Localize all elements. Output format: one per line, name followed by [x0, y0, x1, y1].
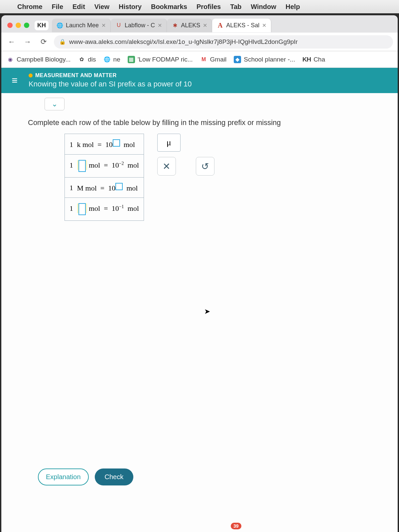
aleks-icon: A — [217, 22, 223, 29]
back-button[interactable]: ← — [6, 36, 17, 48]
action-buttons: Explanation Check — [38, 468, 133, 485]
equation-table: 1 k mol = 10 mol 1 mol = 10−2 mol — [65, 134, 144, 221]
menubar-history[interactable]: History — [119, 3, 142, 11]
page-content: ≡ MEASUREMENT AND MATTER Knowing the val… — [1, 68, 398, 532]
aleks-header: ≡ MEASUREMENT AND MATTER Knowing the val… — [1, 68, 398, 93]
labflow-icon: U — [115, 22, 122, 29]
maximize-window-icon[interactable] — [24, 23, 29, 28]
close-icon[interactable]: ✕ — [262, 22, 266, 29]
aleks-icon: ✱ — [172, 22, 178, 29]
prefix-input[interactable] — [78, 160, 86, 172]
bookmark-label: 'Low FODMAP ric... — [138, 56, 193, 63]
tabs: 🌐 Launch Mee ✕ U Labflow - C ✕ ✱ ALEKS ✕… — [52, 19, 395, 32]
menubar-view[interactable]: View — [94, 3, 109, 11]
close-icon[interactable]: ✕ — [101, 22, 106, 29]
tab-aleks-1[interactable]: ✱ ALEKS ✕ — [167, 19, 212, 32]
bookmark-campbell[interactable]: ◉ Campbell Biology... — [7, 56, 70, 63]
kh-icon: KH — [302, 56, 311, 63]
unit: mol — [124, 140, 135, 149]
bookmark-ne[interactable]: 🌐 ne — [103, 56, 120, 63]
breadcrumb: MEASUREMENT AND MATTER — [29, 72, 192, 78]
tab-strip: KH 🌐 Launch Mee ✕ U Labflow - C ✕ ✱ ALEK… — [1, 15, 398, 33]
palette-clear-button[interactable]: ✕ — [157, 157, 176, 176]
breadcrumb-text: MEASUREMENT AND MATTER — [35, 72, 117, 78]
tab-label: ALEKS — [181, 22, 200, 29]
close-window-icon[interactable] — [7, 23, 13, 28]
bookmark-fodmap[interactable]: ▦ 'Low FODMAP ric... — [128, 56, 193, 63]
page-title: Knowing the value of an SI prefix as a p… — [29, 80, 192, 88]
reload-button[interactable]: ⟳ — [38, 36, 49, 48]
coef: 1 — [69, 140, 75, 149]
cursor-icon: ➤ — [204, 307, 210, 316]
coef: 1 — [69, 161, 75, 169]
tab-launch[interactable]: 🌐 Launch Mee ✕ — [52, 19, 111, 32]
bookmark-planner[interactable]: ◆ School planner -... — [234, 56, 295, 63]
prefix-input[interactable] — [78, 203, 86, 215]
minimize-window-icon[interactable] — [16, 23, 21, 28]
forward-button[interactable]: → — [22, 36, 33, 48]
globe-icon: 🌐 — [57, 22, 63, 29]
toolbar: ← → ⟳ 🔒 www-awa.aleks.com/alekscgi/x/Isl… — [1, 33, 398, 51]
unit: mol — [89, 161, 100, 169]
explanation-button[interactable]: Explanation — [38, 468, 89, 485]
bookmark-label: dis — [88, 56, 96, 63]
unit: mol — [128, 161, 139, 169]
menubar-profiles[interactable]: Profiles — [197, 3, 221, 11]
bookmark-label: ne — [113, 56, 120, 63]
bookmark-label: Gmail — [210, 56, 227, 63]
exponent-input[interactable] — [113, 139, 120, 147]
bookmark-label: Campbell Biology... — [17, 56, 70, 63]
tab-aleks-active[interactable]: A ALEKS - Sal ✕ — [212, 19, 271, 32]
tab-labflow[interactable]: U Labflow - C ✕ — [111, 19, 167, 32]
window-controls — [7, 23, 29, 28]
bookmark-dis[interactable]: ✿ dis — [78, 56, 96, 63]
bookmark-cha[interactable]: KH Cha — [302, 56, 325, 63]
bookmarks-bar: ◉ Campbell Biology... ✿ dis 🌐 ne ▦ 'Low … — [1, 51, 398, 68]
palette-mu-button[interactable]: μ — [157, 134, 181, 152]
menubar-app[interactable]: Chrome — [17, 3, 43, 11]
unit: mol — [128, 204, 139, 212]
macos-menubar: Chrome File Edit View History Bookmarks … — [0, 0, 399, 13]
unit: mol — [126, 184, 138, 192]
planner-icon: ◆ — [234, 56, 241, 63]
palette-reset-button[interactable]: ↺ — [196, 157, 214, 176]
browser-window: KH 🌐 Launch Mee ✕ U Labflow - C ✕ ✱ ALEK… — [1, 15, 398, 532]
exponent: −1 — [119, 204, 124, 209]
close-icon[interactable]: ✕ — [203, 22, 207, 29]
coef: 1 — [69, 184, 75, 192]
status-dot-icon — [29, 73, 33, 77]
exponent: −2 — [119, 161, 124, 166]
expand-toggle[interactable]: ⌄ — [45, 98, 65, 110]
symbol-palette: μ ✕ ↺ — [157, 134, 214, 221]
exponent-input[interactable] — [115, 183, 123, 190]
unit: mol — [89, 204, 100, 212]
table-row: 1 mol = 10−2 mol — [65, 154, 144, 177]
menubar-bookmarks[interactable]: Bookmarks — [151, 3, 187, 11]
notification-badge[interactable]: 39 — [231, 523, 241, 529]
menubar-file[interactable]: File — [52, 3, 63, 11]
table-row: 1 mol = 10−1 mol — [65, 198, 144, 221]
url-text: www-awa.aleks.com/alekscgi/x/Isl.exe/1o_… — [69, 38, 298, 46]
globe-icon: 🌐 — [103, 56, 111, 63]
menubar-help[interactable]: Help — [286, 3, 300, 11]
bookmark-gmail[interactable]: M Gmail — [200, 56, 227, 63]
menubar-window[interactable]: Window — [251, 3, 276, 11]
question-prompt: Complete each row of the table below by … — [1, 110, 398, 130]
tab-label: Launch Mee — [66, 22, 99, 29]
gmail-icon: M — [200, 56, 207, 63]
address-bar[interactable]: 🔒 www-awa.aleks.com/alekscgi/x/Isl.exe/1… — [54, 35, 393, 49]
menubar-edit[interactable]: Edit — [72, 3, 85, 11]
prefix: M — [77, 184, 84, 192]
coef: 1 — [69, 204, 75, 212]
undo-icon: ↺ — [201, 161, 209, 172]
tab-label: Labflow - C — [125, 22, 155, 29]
bookmark-label: Cha — [314, 56, 325, 63]
close-icon[interactable]: ✕ — [158, 22, 162, 29]
menubar-tab[interactable]: Tab — [230, 3, 241, 11]
hamburger-icon[interactable]: ≡ — [7, 75, 22, 86]
check-button[interactable]: Check — [95, 468, 134, 485]
prefix: k — [77, 140, 81, 149]
profile-badge[interactable]: KH — [35, 21, 49, 30]
chevron-down-icon: ⌄ — [52, 100, 58, 108]
gear-icon: ✿ — [78, 56, 85, 63]
